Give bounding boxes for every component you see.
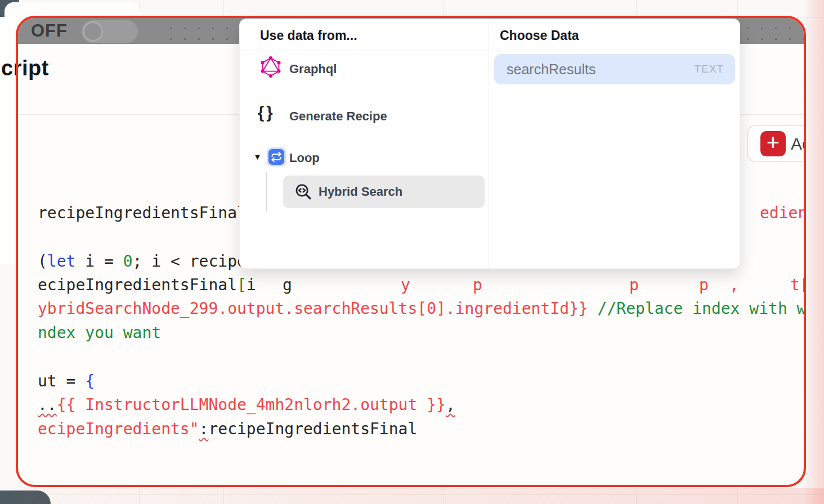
code-line: p	[629, 276, 639, 295]
code-segment: ..	[38, 395, 57, 414]
code-segment: :	[199, 420, 209, 438]
data-item-label: searchResults	[507, 61, 595, 78]
code-line: g	[283, 276, 292, 295]
code-segment: i =	[75, 252, 123, 271]
code-segment: ecipeIngredients"	[38, 420, 199, 438]
code-segment: y	[401, 276, 410, 294]
code-line: ,	[729, 276, 739, 295]
code-line: edients	[760, 204, 806, 223]
code-segment: ,	[446, 395, 455, 414]
code-segment: {{ InstructorLLMNode_4mh2nlorh2.output }…	[57, 395, 446, 414]
code-line: p	[473, 276, 482, 295]
code-line: ecipeIngredients":recipeIngredientsFinal	[38, 420, 417, 439]
code-segment: 0	[123, 252, 133, 271]
code-line: y	[401, 276, 410, 295]
code-segment: recipeIngredientsFinal	[208, 420, 417, 438]
code-segment: g	[283, 276, 292, 294]
graphql-icon	[260, 56, 281, 78]
tree-indent-line	[266, 172, 267, 212]
code-line: ecipeIngredientsFinal[i	[38, 276, 256, 295]
code-segment: [	[237, 276, 247, 294]
code-segment: //Replace index with wha	[588, 299, 806, 318]
code-segment: p	[473, 276, 482, 294]
code-line: t[i].	[790, 276, 806, 295]
data-item-type-badge: TEXT	[694, 63, 724, 75]
code-segment: {	[85, 372, 95, 390]
popover-column-divider	[489, 19, 489, 268]
code-line: (let i = 0; i < recipe	[38, 252, 247, 271]
search-code-icon	[294, 183, 312, 200]
chevron-expand-icon[interactable]: ▼	[253, 152, 262, 161]
code-segment: ybridSearchNode_299.output.searchResults…	[38, 299, 588, 318]
red-veil-right	[805, 0, 824, 504]
code-segment: ndex you want	[38, 323, 161, 342]
use-data-from-header: Use data from...	[260, 28, 357, 43]
code-segment: i	[247, 276, 256, 294]
popover-header-divider	[240, 51, 740, 51]
choose-data-header: Choose Data	[500, 28, 579, 43]
code-line: ndex you want	[38, 323, 161, 343]
code-segment: edients	[760, 204, 806, 222]
red-veil-bottom	[14, 488, 824, 504]
code-segment: ; i < recipe	[133, 252, 247, 271]
braces-icon: { }	[258, 104, 272, 122]
code-segment: (	[38, 252, 47, 271]
code-line: ..{{ InstructorLLMNode_4mh2nlorh2.output…	[38, 395, 455, 415]
source-item-label: Hybrid Search	[319, 184, 402, 199]
loop-icon	[267, 147, 286, 166]
code-segment: let	[47, 252, 76, 271]
code-segment: t[i].	[790, 276, 806, 294]
panel-card-edge	[0, 17, 16, 264]
code-line: ut = {	[38, 372, 95, 391]
data-picker-popover: Use data from... Choose Data Graphql { }…	[239, 19, 740, 269]
code-segment: ecipeIngredientsFinal	[38, 276, 237, 294]
code-segment: ut =	[38, 372, 85, 390]
code-segment: recipeIngredientsFinal	[38, 204, 247, 222]
code-segment: p	[699, 276, 709, 294]
code-segment: ,	[729, 276, 739, 294]
source-item-hybrid-search[interactable]: Hybrid Search	[283, 176, 485, 208]
code-line: ybridSearchNode_299.output.searchResults…	[38, 299, 806, 318]
code-segment: p	[629, 276, 639, 294]
data-item-searchresults[interactable]: searchResults TEXT	[494, 54, 735, 84]
code-line: p	[699, 276, 709, 295]
source-item-generate-recipe[interactable]: Generate Recipe	[289, 109, 387, 124]
source-item-graphql[interactable]: Graphql	[289, 62, 337, 76]
code-line: recipeIngredientsFinal	[38, 204, 247, 223]
source-item-loop[interactable]: Loop	[289, 151, 320, 165]
